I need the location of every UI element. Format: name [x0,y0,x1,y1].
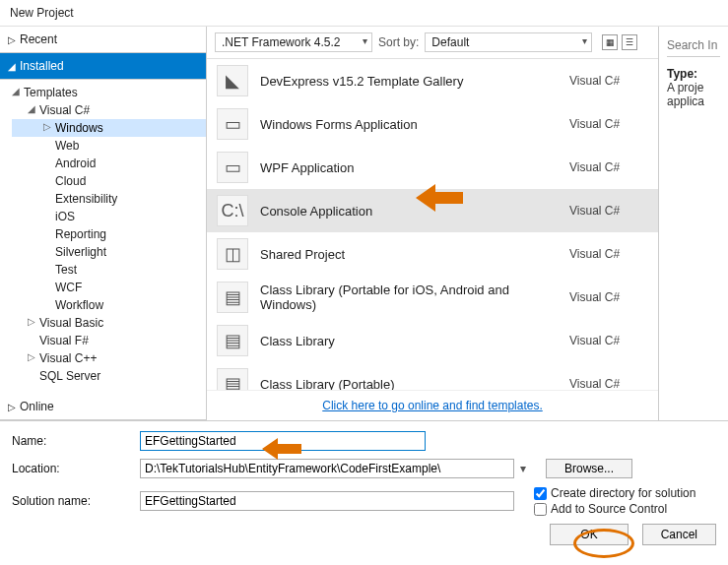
solution-row: Solution name: Create directory for solu… [12,486,716,516]
template-lang: Visual C# [569,74,648,88]
create-dir-checkbox-row[interactable]: Create directory for solution [534,486,695,500]
name-label: Name: [12,434,140,448]
template-icon: ◣ [217,65,248,96]
chevron-down-icon: ◢ [8,61,16,72]
name-input[interactable] [140,431,426,451]
center-pane: .NET Framework 4.5.2 Sort by: Default ▦ … [207,27,659,420]
nav-online-label: Online [20,400,54,413]
template-lang: Visual C# [569,204,648,218]
create-dir-label: Create directory for solution [551,486,695,500]
tree-item-ios[interactable]: iOS [12,208,206,225]
tree-item-reporting[interactable]: Reporting [12,225,206,243]
chevron-right-icon: ▷ [8,34,16,45]
template-lang: Visual C# [569,160,648,174]
template-row[interactable]: ▭WPF ApplicationVisual C# [207,146,658,189]
template-icon: ▤ [217,368,248,390]
template-icon: ▤ [217,325,248,356]
template-row[interactable]: ▤Class Library (Portable for iOS, Androi… [207,276,658,319]
ok-button[interactable]: OK [550,524,628,545]
tree-item-silverlight[interactable]: Silverlight [12,243,206,261]
template-list[interactable]: ◣DevExpress v15.2 Template GalleryVisual… [207,59,658,390]
grid-view-icon[interactable]: ▦ [602,34,618,50]
view-icons: ▦ ☰ [602,34,637,50]
add-src-checkbox-row[interactable]: Add to Source Control [534,502,695,516]
template-row[interactable]: ▤Class Library (Portable)Visual C# [207,362,658,390]
template-lang: Visual C# [569,377,648,390]
nav-installed-label: Installed [20,59,64,73]
template-name: Windows Forms Application [260,117,558,132]
tree-item-templates[interactable]: ◢Templates [12,84,206,101]
add-src-checkbox[interactable] [534,503,547,516]
location-input[interactable] [140,459,514,478]
framework-dropdown[interactable]: .NET Framework 4.5.2 [215,32,372,52]
solution-input[interactable] [140,491,514,511]
tree-item-visual-c-[interactable]: ◢Visual C# [12,101,206,119]
template-lang: Visual C# [569,247,648,261]
chevron-right-icon: ▷ [8,402,16,412]
template-lang: Visual C# [569,290,648,304]
location-row: Location: ▾ Browse... [12,459,716,478]
tree-item-extensibility[interactable]: Extensibility [12,190,206,208]
template-row[interactable]: ▭Windows Forms ApplicationVisual C# [207,102,658,146]
template-icon: C:\ [217,195,248,226]
nav-online[interactable]: ▷Online [0,394,206,420]
nav-installed[interactable]: ◢Installed [0,53,206,80]
sortby-dropdown[interactable]: Default [425,32,592,52]
nav-tree[interactable]: ◢Templates◢Visual C#▷WindowsWebAndroidCl… [0,80,206,394]
tree-item-wcf[interactable]: WCF [12,279,206,296]
nav-recent-label: Recent [20,32,57,46]
template-name: Class Library (Portable for iOS, Android… [260,282,558,312]
browse-area: Browse... [546,459,632,478]
toolbar: .NET Framework 4.5.2 Sort by: Default ▦ … [207,27,658,59]
template-lang: Visual C# [569,334,648,347]
template-icon: ◫ [217,238,248,270]
name-row: Name: [12,431,716,451]
tree-item-workflow[interactable]: Workflow [12,296,206,314]
sortby-label: Sort by: [378,35,419,49]
nav-recent[interactable]: ▷Recent [0,27,206,53]
location-dropdown-icon[interactable]: ▾ [520,462,526,475]
dialog-title: New Project [0,0,728,27]
main-area: ▷Recent ◢Installed ◢Templates◢Visual C#▷… [0,27,728,420]
tree-item-visual-c-[interactable]: ▷Visual C++ [12,349,206,367]
tree-item-android[interactable]: Android [12,155,206,172]
template-name: Console Application [260,204,558,219]
template-row[interactable]: ◣DevExpress v15.2 Template GalleryVisual… [207,59,658,102]
right-pane: Type: A proje applica [659,27,728,420]
template-name: WPF Application [260,160,558,175]
search-input[interactable] [667,34,720,57]
left-pane: ▷Recent ◢Installed ◢Templates◢Visual C#▷… [0,27,207,420]
tree-item-sql-server[interactable]: SQL Server [12,367,206,385]
template-icon: ▭ [217,108,248,140]
template-icon: ▭ [217,152,248,183]
details-desc: A proje applica [667,81,720,108]
cancel-button[interactable]: Cancel [642,524,716,545]
location-label: Location: [12,462,140,475]
template-row[interactable]: ▤Class LibraryVisual C# [207,319,658,362]
template-row[interactable]: ◫Shared ProjectVisual C# [207,232,658,276]
browse-button[interactable]: Browse... [546,459,632,478]
tree-item-windows[interactable]: ▷Windows [12,119,206,137]
tree-item-test[interactable]: Test [12,261,206,279]
tree-item-cloud[interactable]: Cloud [12,172,206,190]
bottom-section: Name: Location: ▾ Browse... Solution nam… [0,420,728,557]
template-name: Class Library (Portable) [260,377,558,391]
template-lang: Visual C# [569,117,648,131]
checkbox-area: Create directory for solution Add to Sou… [534,486,695,516]
solution-label: Solution name: [12,494,140,508]
tree-item-web[interactable]: Web [12,137,206,155]
list-view-icon[interactable]: ☰ [622,34,637,50]
add-src-label: Add to Source Control [551,502,667,516]
template-name: Class Library [260,334,558,348]
template-icon: ▤ [217,282,248,313]
create-dir-checkbox[interactable] [534,487,547,500]
tree-item-visual-basic[interactable]: ▷Visual Basic [12,314,206,332]
dialog-buttons: OK Cancel [12,524,716,545]
online-templates-link[interactable]: Click here to go online and find templat… [322,399,542,412]
details-type-label: Type: [667,67,720,81]
template-name: DevExpress v15.2 Template Gallery [260,74,558,89]
template-row[interactable]: C:\Console ApplicationVisual C# [207,189,658,232]
template-name: Shared Project [260,247,558,262]
online-link-area: Click here to go online and find templat… [207,390,658,420]
tree-item-visual-f-[interactable]: Visual F# [12,332,206,349]
